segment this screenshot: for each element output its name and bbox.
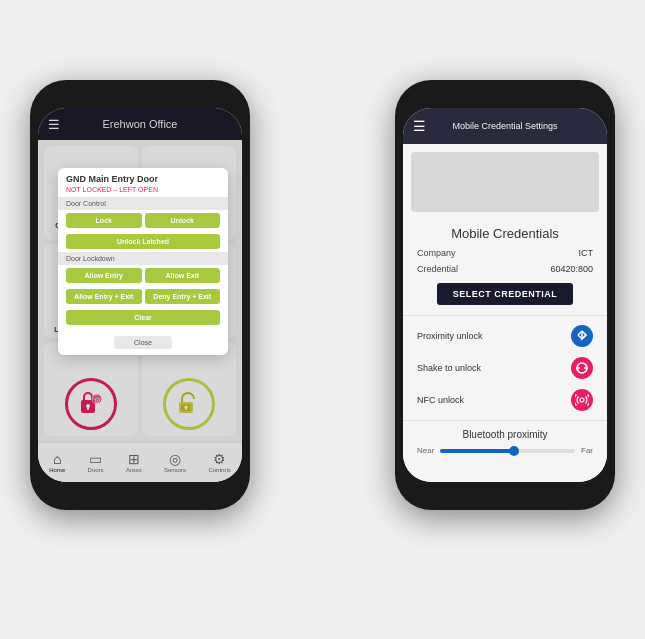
clear-button[interactable]: Clear (66, 310, 220, 325)
popup-row-2: Unlock Latched (58, 231, 228, 252)
right-phone-title: Mobile Credential Settings (452, 121, 557, 131)
proximity-slider-row: Near Far (417, 446, 593, 455)
right-phone-screen: ☰ Mobile Credential Settings Mobile Cred… (403, 108, 607, 482)
select-credential-button[interactable]: SELECT CREDENTIAL (437, 283, 574, 305)
credential-row: Credential 60420:800 (403, 261, 607, 277)
popup-subtitle: NOT LOCKED – LEFT OPEN (58, 186, 228, 197)
credential-value: 60420:800 (550, 264, 593, 274)
allow-entry-exit-button[interactable]: Allow Entry + Exit (66, 289, 142, 304)
unlock-latched-button[interactable]: Unlock Latched (66, 234, 220, 249)
scene: ☰ Erehwon Office G (0, 0, 645, 639)
svg-point-19 (580, 398, 584, 402)
phone-notch-right (475, 90, 535, 100)
credential-gray-box (411, 152, 599, 212)
company-row: Company ICT (403, 245, 607, 261)
door-control-popup: GND Main Entry Door NOT LOCKED – LEFT OP… (58, 168, 228, 355)
popup-door-control-label: Door Control (58, 197, 228, 210)
popup-close-row: Close (58, 328, 228, 355)
shake-label: Shake to unlock (417, 363, 481, 373)
popup-lockdown-label: Door Lockdown (58, 252, 228, 265)
proximity-slider-track[interactable] (440, 449, 575, 453)
far-label: Far (581, 446, 593, 455)
shake-unlock-row: Shake to unlock (403, 352, 607, 384)
right-phone-header: ☰ Mobile Credential Settings (403, 108, 607, 144)
rotate-icon (575, 361, 589, 375)
nfc-unlock-row: NFC unlock (403, 384, 607, 416)
mobile-cred-title: Mobile Credentials (403, 220, 607, 245)
lock-button[interactable]: Lock (66, 213, 142, 228)
proximity-label: Proximity unlock (417, 331, 483, 341)
deny-entry-exit-button[interactable]: Deny Entry + Exit (145, 289, 221, 304)
close-popup-button[interactable]: Close (114, 336, 172, 349)
divider-1 (403, 315, 607, 316)
company-value: ICT (579, 248, 594, 258)
popup-row-5: Clear (58, 307, 228, 328)
slider-fill (440, 449, 514, 453)
popup-overlay: GND Main Entry Door NOT LOCKED – LEFT OP… (38, 108, 242, 482)
allow-exit-button[interactable]: Allow Exit (145, 268, 221, 283)
bluetooth-proximity-title: Bluetooth proximity (417, 429, 593, 440)
nfc-unlock-icon[interactable] (571, 389, 593, 411)
proximity-unlock-row: Proximity unlock (403, 320, 607, 352)
bluetooth-unlock-icon[interactable] (571, 325, 593, 347)
credential-label: Credential (417, 264, 458, 274)
unlock-button[interactable]: Unlock (145, 213, 221, 228)
popup-row-3: Allow Entry Allow Exit (58, 265, 228, 286)
near-label: Near (417, 446, 434, 455)
bluetooth-proximity-section: Bluetooth proximity Near Far (403, 425, 607, 459)
nfc-label: NFC unlock (417, 395, 464, 405)
slider-thumb[interactable] (509, 446, 519, 456)
divider-2 (403, 420, 607, 421)
popup-row-1: Lock Unlock (58, 210, 228, 231)
allow-entry-button[interactable]: Allow Entry (66, 268, 142, 283)
popup-row-4: Allow Entry + Exit Deny Entry + Exit (58, 286, 228, 307)
left-phone-screen: ☰ Erehwon Office G (38, 108, 242, 482)
left-phone: ☰ Erehwon Office G (30, 80, 250, 510)
company-label: Company (417, 248, 456, 258)
right-phone: ☰ Mobile Credential Settings Mobile Cred… (395, 80, 615, 510)
phone-notch-left (110, 90, 170, 100)
rotate-unlock-icon[interactable] (571, 357, 593, 379)
right-phone-content: Mobile Credentials Company ICT Credentia… (403, 144, 607, 482)
right-menu-icon[interactable]: ☰ (413, 118, 426, 134)
bluetooth-icon (576, 329, 588, 343)
popup-title: GND Main Entry Door (58, 168, 228, 186)
nfc-icon (575, 393, 589, 407)
